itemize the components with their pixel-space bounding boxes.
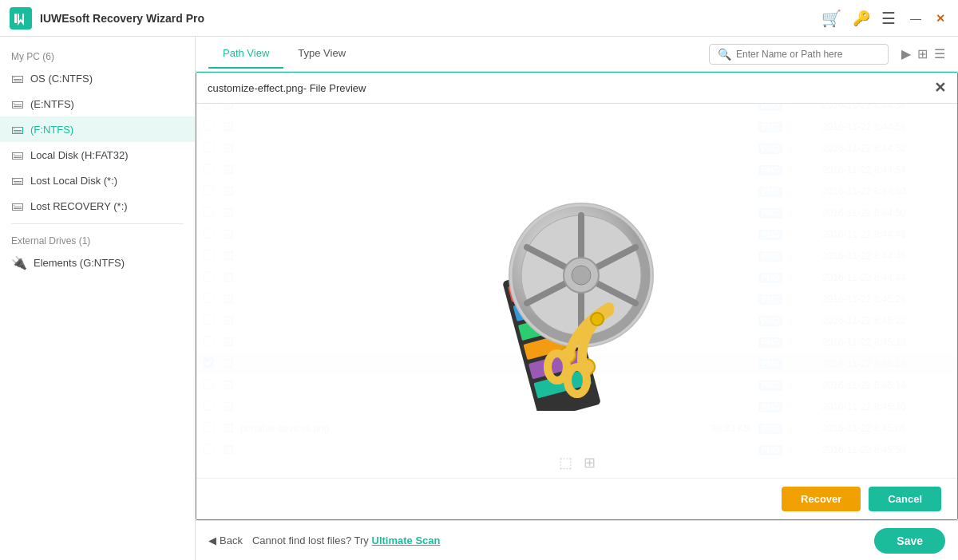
- cart-icon[interactable]: 🛒: [821, 9, 841, 28]
- sidebar-item-label: Local Disk (H:FAT32): [30, 149, 129, 161]
- title-bar: IUWEsoft Recovery Wizard Pro 🛒 🔑 ☰ — ✕: [0, 0, 958, 37]
- sidebar-item-label: (E:NTFS): [30, 98, 74, 110]
- svg-point-14: [572, 266, 591, 285]
- sidebar-item-label: (F:NTFS): [30, 124, 73, 136]
- sidebar-item-label: Elements (G:NTFS): [34, 257, 125, 269]
- preview-close-button[interactable]: ✕: [934, 79, 946, 97]
- sidebar-item-label: Lost RECOVERY (*:): [30, 200, 128, 212]
- preview-overlay: customize-effect.png- File Preview ✕: [196, 72, 958, 520]
- preview-title: customize-effect.png- File Preview: [208, 82, 366, 94]
- main-layout: My PC (6) 🖴 OS (C:NTFS) 🖴 (E:NTFS) 🖴 (F:…: [0, 37, 958, 560]
- resize-icon-1[interactable]: ⬚: [559, 454, 572, 471]
- film-reel-image: [196, 104, 957, 478]
- disk-icon: 🖴: [11, 122, 24, 136]
- search-icon: 🔍: [718, 48, 731, 61]
- resize-icons: ⬚ ⊞: [559, 454, 596, 471]
- key-icon[interactable]: 🔑: [853, 10, 870, 27]
- recover-button[interactable]: Recover: [782, 487, 861, 511]
- menu-icon[interactable]: ☰: [881, 9, 896, 28]
- view-icons: ▶ ⊞ ☰: [901, 46, 945, 61]
- back-label: Back: [220, 534, 243, 546]
- external-disk-icon: 🔌: [11, 255, 27, 270]
- svg-point-18: [591, 313, 604, 325]
- my-pc-section-title: My PC (6): [0, 45, 195, 65]
- search-bar: 🔍: [709, 44, 889, 65]
- close-button[interactable]: ✕: [932, 10, 948, 26]
- external-drives-section-title: External Drives (1): [0, 229, 195, 250]
- tab-path-view[interactable]: Path View: [208, 39, 283, 69]
- preview-body: ⬚ ⊞: [196, 104, 957, 478]
- tab-type-view[interactable]: Type View: [283, 39, 360, 69]
- search-input[interactable]: [736, 49, 880, 60]
- bottom-bar: ◀ Back Cannot find lost files? Try Ultim…: [196, 520, 958, 560]
- disk-icon: 🖴: [11, 148, 24, 162]
- svg-rect-0: [14, 14, 17, 23]
- sidebar-item-lost-local[interactable]: 🖴 Lost Local Disk (*:): [0, 168, 195, 193]
- cancel-button[interactable]: Cancel: [869, 487, 941, 511]
- sidebar-divider: [11, 223, 184, 224]
- sidebar-item-h[interactable]: 🖴 Local Disk (H:FAT32): [0, 142, 195, 168]
- grid-icon[interactable]: ⊞: [917, 46, 928, 61]
- disk-icon: 🖴: [11, 97, 24, 111]
- sidebar-item-lost-recovery[interactable]: 🖴 Lost RECOVERY (*:): [0, 193, 195, 219]
- sidebar: My PC (6) 🖴 OS (C:NTFS) 🖴 (E:NTFS) 🖴 (F:…: [0, 37, 196, 560]
- toolbar-icons: 🛒 🔑 ☰: [821, 9, 896, 28]
- tabs: Path View Type View: [208, 39, 360, 69]
- minimize-button[interactable]: —: [907, 10, 924, 26]
- tabs-bar: Path View Type View 🔍 ▶ ⊞ ☰: [196, 37, 958, 72]
- play-icon[interactable]: ▶: [901, 46, 911, 61]
- content-area: Path View Type View 🔍 ▶ ⊞ ☰ All: [196, 37, 958, 560]
- app-logo: [10, 7, 32, 30]
- preview-title-bar: customize-effect.png- File Preview ✕: [196, 73, 957, 104]
- hint-text: Cannot find lost files? Try Ultimate Sca…: [252, 534, 865, 546]
- sidebar-item-c[interactable]: 🖴 OS (C:NTFS): [0, 65, 195, 91]
- disk-icon: 🖴: [11, 71, 24, 85]
- sidebar-item-g[interactable]: 🔌 Elements (G:NTFS): [0, 250, 195, 276]
- disk-icon: 🖴: [11, 173, 24, 187]
- back-arrow-icon: ◀: [208, 534, 216, 546]
- back-button[interactable]: ◀ Back: [208, 534, 243, 546]
- resize-icon-2[interactable]: ⊞: [584, 454, 596, 471]
- disk-icon: 🖴: [11, 199, 24, 213]
- window-controls: — ✕: [907, 10, 948, 26]
- sidebar-item-f[interactable]: 🖴 (F:NTFS): [0, 116, 195, 142]
- sidebar-item-label: Lost Local Disk (*:): [30, 175, 117, 187]
- sidebar-item-e[interactable]: 🖴 (E:NTFS): [0, 91, 195, 116]
- app-title: IUWEsoft Recovery Wizard Pro: [40, 12, 821, 25]
- ultimate-scan-link[interactable]: Ultimate Scan: [372, 534, 441, 546]
- preview-footer: Recover Cancel: [196, 478, 957, 519]
- list-icon[interactable]: ☰: [934, 46, 945, 61]
- sidebar-item-label: OS (C:NTFS): [30, 73, 93, 85]
- save-button[interactable]: Save: [874, 528, 945, 554]
